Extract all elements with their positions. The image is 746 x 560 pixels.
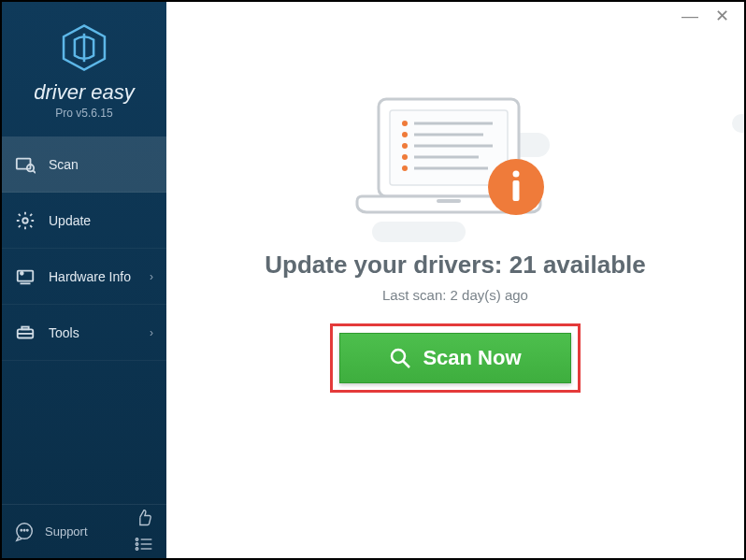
svg-point-28 — [402, 143, 408, 149]
svg-point-16 — [136, 538, 138, 540]
svg-point-18 — [136, 542, 138, 545]
sidebar-item-label: Tools — [49, 325, 79, 340]
support-label[interactable]: Support — [45, 524, 88, 538]
sidebar-nav: Scan Update Hardware Info › — [2, 136, 166, 504]
svg-line-39 — [403, 361, 409, 367]
sidebar-item-scan[interactable]: Scan — [2, 136, 166, 193]
svg-rect-34 — [437, 199, 461, 203]
svg-point-5 — [22, 218, 28, 223]
svg-point-38 — [392, 350, 405, 363]
headline-prefix: Update your drivers: — [265, 251, 509, 279]
sidebar-item-update[interactable]: Update — [2, 193, 166, 249]
list-icon[interactable] — [135, 537, 153, 555]
decorative-cloud — [732, 114, 746, 133]
svg-point-36 — [513, 171, 520, 178]
logo-block: driver easy Pro v5.6.15 — [2, 2, 166, 136]
chevron-right-icon: › — [150, 326, 153, 339]
thumbs-up-icon[interactable] — [135, 509, 153, 531]
app-root: driver easy Pro v5.6.15 Scan Update — [2, 2, 744, 558]
svg-point-24 — [402, 121, 408, 126]
sidebar-item-label: Scan — [49, 157, 79, 172]
svg-point-32 — [402, 165, 408, 171]
minimize-button[interactable]: — — [681, 7, 698, 24]
svg-point-30 — [402, 154, 408, 160]
app-logo-icon — [59, 22, 109, 73]
svg-point-20 — [136, 547, 138, 550]
search-icon — [389, 347, 411, 369]
last-scan-value: 2 day(s) ago — [451, 287, 528, 303]
svg-rect-6 — [18, 270, 34, 280]
sidebar-item-label: Update — [49, 213, 91, 228]
close-button[interactable]: ✕ — [715, 7, 729, 24]
sidebar-item-label: Hardware Info — [49, 269, 131, 284]
gear-icon — [15, 210, 36, 231]
headline: Update your drivers: 21 available — [265, 251, 646, 280]
sidebar-item-hardware-info[interactable]: Hardware Info › — [2, 249, 166, 305]
headline-suffix: available — [537, 251, 646, 279]
scan-icon — [15, 154, 36, 175]
version-label: Pro v5.6.15 — [2, 107, 166, 120]
svg-rect-23 — [390, 110, 508, 185]
last-scan-line: Last scan: 2 day(s) ago — [382, 287, 528, 303]
laptop-illustration — [343, 93, 567, 234]
svg-rect-37 — [513, 180, 520, 201]
last-scan-prefix: Last scan: — [382, 287, 451, 303]
scan-now-button[interactable]: Scan Now — [339, 333, 571, 383]
chevron-right-icon: › — [150, 270, 153, 283]
tools-icon — [15, 323, 36, 343]
scan-highlight-box: Scan Now — [330, 323, 581, 393]
sidebar-item-tools[interactable]: Tools › — [2, 305, 166, 361]
main-panel: Update your drivers: 21 available Last s… — [166, 2, 744, 558]
sidebar-footer: Support — [2, 504, 166, 558]
scan-button-label: Scan Now — [423, 346, 521, 370]
svg-rect-2 — [17, 158, 31, 168]
available-count: 21 — [509, 251, 537, 279]
svg-point-15 — [27, 529, 28, 530]
window-controls: — ✕ — [681, 2, 744, 30]
svg-rect-10 — [22, 326, 28, 329]
hardware-icon — [15, 266, 36, 287]
brand-name: driver easy — [2, 80, 166, 105]
support-icon[interactable] — [15, 522, 36, 542]
svg-point-14 — [23, 529, 24, 530]
svg-point-7 — [21, 271, 23, 274]
footer-right-icons — [135, 509, 153, 555]
svg-line-4 — [33, 170, 36, 173]
svg-point-13 — [21, 529, 22, 530]
sidebar: driver easy Pro v5.6.15 Scan Update — [2, 2, 166, 558]
svg-point-26 — [402, 132, 408, 137]
